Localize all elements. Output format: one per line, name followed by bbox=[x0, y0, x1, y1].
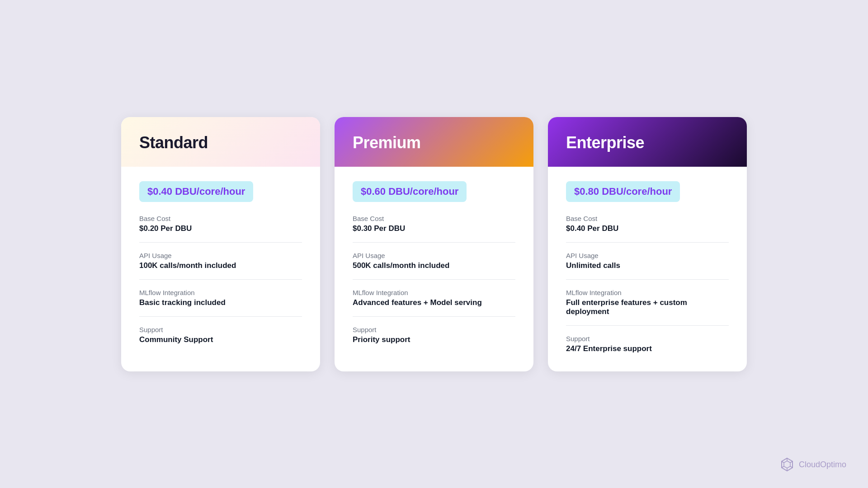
premium-divider-2 bbox=[353, 279, 515, 280]
premium-card-header: Premium bbox=[335, 117, 533, 167]
enterprise-price-badge: $0.80 DBU/core/hour bbox=[566, 181, 680, 202]
enterprise-feature-support: Support 24/7 Enterprise support bbox=[566, 335, 729, 353]
enterprise-card-header: Enterprise bbox=[548, 117, 747, 167]
standard-features: Base Cost $0.20 Per DBU API Usage 100K c… bbox=[139, 215, 302, 344]
cloudoptimo-logo-icon bbox=[780, 457, 794, 472]
enterprise-feature-api: API Usage Unlimited calls bbox=[566, 252, 729, 270]
svg-marker-1 bbox=[784, 461, 790, 468]
premium-plan-title: Premium bbox=[353, 133, 515, 152]
premium-divider-3 bbox=[353, 316, 515, 317]
standard-price-badge: $0.40 DBU/core/hour bbox=[139, 181, 253, 202]
enterprise-divider-1 bbox=[566, 242, 729, 243]
brand-name: CloudOptimo bbox=[799, 460, 846, 469]
premium-feature-mlflow: MLflow Integration Advanced features + M… bbox=[353, 289, 515, 307]
premium-price-badge: $0.60 DBU/core/hour bbox=[353, 181, 467, 202]
enterprise-features: Base Cost $0.40 Per DBU API Usage Unlimi… bbox=[566, 215, 729, 353]
standard-feature-mlflow: MLflow Integration Basic tracking includ… bbox=[139, 289, 302, 307]
pricing-cards-container: Standard $0.40 DBU/core/hour Base Cost $… bbox=[103, 99, 765, 389]
enterprise-feature-mlflow: MLflow Integration Full enterprise featu… bbox=[566, 289, 729, 316]
premium-features: Base Cost $0.30 Per DBU API Usage 500K c… bbox=[353, 215, 515, 344]
enterprise-divider-2 bbox=[566, 279, 729, 280]
enterprise-feature-base-cost: Base Cost $0.40 Per DBU bbox=[566, 215, 729, 233]
standard-card-body: $0.40 DBU/core/hour Base Cost $0.20 Per … bbox=[121, 167, 320, 362]
enterprise-plan-title: Enterprise bbox=[566, 133, 729, 152]
standard-divider-1 bbox=[139, 242, 302, 243]
standard-feature-api: API Usage 100K calls/month included bbox=[139, 252, 302, 270]
enterprise-divider-3 bbox=[566, 325, 729, 326]
standard-feature-support: Support Community Support bbox=[139, 326, 302, 344]
premium-card-body: $0.60 DBU/core/hour Base Cost $0.30 Per … bbox=[335, 167, 533, 362]
premium-feature-base-cost: Base Cost $0.30 Per DBU bbox=[353, 215, 515, 233]
premium-divider-1 bbox=[353, 242, 515, 243]
premium-feature-support: Support Priority support bbox=[353, 326, 515, 344]
standard-divider-3 bbox=[139, 316, 302, 317]
enterprise-plan-card: Enterprise $0.80 DBU/core/hour Base Cost… bbox=[548, 117, 747, 371]
standard-card-header: Standard bbox=[121, 117, 320, 167]
premium-plan-card: Premium $0.60 DBU/core/hour Base Cost $0… bbox=[335, 117, 533, 371]
standard-plan-title: Standard bbox=[139, 133, 302, 152]
standard-divider-2 bbox=[139, 279, 302, 280]
branding-footer: CloudOptimo bbox=[780, 457, 846, 472]
premium-feature-api: API Usage 500K calls/month included bbox=[353, 252, 515, 270]
standard-feature-base-cost: Base Cost $0.20 Per DBU bbox=[139, 215, 302, 233]
standard-plan-card: Standard $0.40 DBU/core/hour Base Cost $… bbox=[121, 117, 320, 371]
enterprise-card-body: $0.80 DBU/core/hour Base Cost $0.40 Per … bbox=[548, 167, 747, 371]
